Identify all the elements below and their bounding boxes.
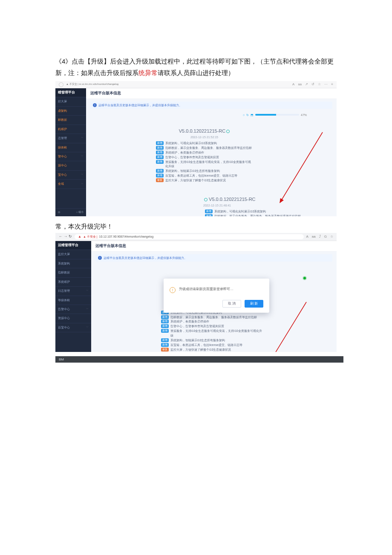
toolbar-icon[interactable]: ↺	[311, 82, 314, 87]
ring-icon	[204, 198, 208, 201]
changelog-row: 新增告警中心，告警事件查询及告警规则设置	[156, 155, 253, 160]
changelog-row: 新增资源服务，支持i10全生态服务可视化安装，支持i10全类服务可视化升级	[161, 329, 264, 338]
changelog-row: 新增百宝箱，各类运维工具，包括license提交、链路日志等	[161, 343, 264, 348]
ring-icon	[226, 130, 230, 133]
changelog-row: 新增系统维护，各类服务启停操作	[161, 320, 264, 324]
sidebar-item[interactable]: 源中心	[55, 161, 86, 170]
svg-line-0	[280, 132, 323, 203]
upgrade-success-modal: ! 升级成功请刷新页面重新登录即可… 取 消 刷 新	[164, 279, 269, 313]
toolbar-icon[interactable]: ⋯	[324, 82, 328, 87]
browser-bar: ← → ↻ ▲ ▲ 不安全 | 10.12.107.90:9087/#/emon…	[55, 233, 337, 241]
sidebar: 维管理平台 控大屏虚架构标教据机维护志管理﹀级体检警中心﹀源中心宝中心﹀全域﹀ …	[55, 88, 86, 216]
toolbar-icon[interactable]: aa	[298, 82, 302, 87]
sidebar-item[interactable]: 告警中心﹀	[55, 305, 91, 314]
changelog-row: 新增指标教据，展示业务服务、周边服务、服务器及数据库等监控指标	[161, 315, 264, 320]
sidebar-footer: ◎ ○ 缩小	[55, 208, 86, 216]
toolbar-icon[interactable]: ↗	[305, 82, 308, 87]
card-title: 运维平台版本信息	[91, 241, 337, 252]
tab-dot-icon	[59, 82, 63, 87]
sidebar-item[interactable]: 百宝中心﹀	[55, 323, 91, 332]
sidebar-item[interactable]: 机维护	[55, 125, 86, 134]
sidebar-item[interactable]: 宝中心﹀	[55, 171, 86, 180]
cancel-button[interactable]: 取 消	[222, 300, 241, 308]
sidebar-item[interactable]: 控大屏	[55, 97, 86, 106]
toolbar-icon[interactable]: ⤴	[319, 235, 321, 239]
status-done-text: 常，本次升级完毕！	[55, 221, 337, 232]
screenshot-1: ▲ 不安全 | m.vc.lm.zm.vdn/monitor/changelog…	[55, 81, 337, 216]
sidebar-item[interactable]: 监控大屏	[55, 250, 91, 259]
changelog-row: 新增指标教据，展示业务服务、周边服务、服务器及数据库等监控指标	[156, 146, 253, 151]
card-title: 运维平台版本信息	[86, 88, 337, 99]
screenshot-2: ← → ↻ ▲ ▲ 不安全 | 10.12.107.90:9087/#/emon…	[55, 233, 337, 352]
svg-line-1	[266, 302, 306, 352]
version-card-2: V5.0.0.120221215-RC 2022-12-15 21:48:41 …	[203, 196, 308, 216]
refresh-button[interactable]: 刷 新	[245, 300, 263, 308]
sidebar: 运维管理平台 监控大屏系统架构指标教据系统维护日志管理﹀等级体检告警中心﹀资源中…	[55, 241, 91, 352]
sidebar-item[interactable]: 资源中心	[55, 314, 91, 323]
sidebar-item[interactable]: 系统维护	[55, 278, 91, 287]
changelog-row: 新增系统维护，各类服务启停操作	[156, 151, 253, 155]
bm-bar: BM	[55, 356, 343, 363]
sidebar-item[interactable]: 志管理﹀	[55, 134, 86, 143]
changelog-row: 新增百宝箱，各类运维工具，包括license提交、链路日志等	[156, 174, 253, 178]
changelog-row: 新增系统架构，智能展示i10生态所有服务架构	[156, 169, 253, 174]
sidebar-item[interactable]: 指标教据	[55, 268, 91, 277]
changelog-row: 新增系统架构，可视化实时展示i10系统架构	[156, 141, 253, 146]
sidebar-item[interactable]: 全域﹀	[55, 180, 86, 189]
nav-arrows[interactable]: ← → ↻	[59, 234, 72, 239]
changelog-row: 新增指标教据，展示业务服务、周边服务、服务器及数据库等监控指标	[205, 214, 306, 216]
sidebar-item[interactable]: 级体检	[55, 143, 86, 152]
toolbar-icon[interactable]: ☆	[330, 235, 333, 239]
changelog-row: 新增资源服务，支持i10全生态服务可视化安装，支持i10全类服务可视化升级	[156, 160, 253, 169]
toolbar-icon[interactable]: A	[306, 235, 308, 239]
address-bar[interactable]: ▲ ▲ 不安全 | 10.12.107.90:9087/#/emonitor/c…	[75, 234, 304, 239]
address-bar[interactable]: ▲ 不安全 | m.vc.lm.zm.vdn/monitor/changelog	[66, 83, 290, 86]
lock-icon: ▲	[78, 235, 81, 239]
sidebar-item[interactable]: 系统架构	[55, 259, 91, 268]
version-card-1: 新增系统架构，可视化实时展示i10系统架构新增指标教据，展示业务服务、周边服务、…	[159, 311, 266, 352]
toolbar-icon[interactable]: ≡	[331, 82, 333, 87]
toolbar-icon[interactable]: A	[292, 82, 294, 87]
info-alert: 运维平台当前及历史版本信息详细展示，并提供版本升级能力。	[90, 102, 332, 109]
browser-bar: ▲ 不安全 | m.vc.lm.zm.vdn/monitor/changelog…	[55, 81, 337, 88]
warn-icon: !	[170, 287, 176, 293]
sidebar-brand: 运维管理平台	[55, 241, 91, 250]
version-card-1: V5.0.0.120221215-RC 2022-12-15 21:52:15 …	[154, 128, 254, 183]
changelog-row: 修复监控大屏，方便快速了解整个i10生态健康状况	[156, 178, 253, 183]
progress: ○ ↻ ⬒ 47%	[243, 113, 307, 117]
info-alert: 运维平台当前及历史版本信息详细展示，并提供版本升级能力。	[95, 254, 332, 262]
sidebar-brand: 维管理平台	[55, 88, 86, 97]
status-dot-icon	[303, 277, 306, 279]
sidebar-item[interactable]: 标教据	[55, 116, 86, 125]
toolbar-icon[interactable]: ☆	[318, 82, 321, 87]
toolbar-icon[interactable]: G	[324, 235, 327, 239]
sidebar-item[interactable]: 警中心﹀	[55, 152, 86, 161]
sidebar-item[interactable]: 虚架构	[55, 107, 86, 116]
sidebar-item[interactable]: 等级体检	[55, 296, 91, 305]
changelog-row: 新增系统架构，可视化实时展示i10系统架构	[205, 209, 306, 214]
sidebar-item[interactable]: 日志管理﹀	[55, 287, 91, 296]
changelog-row: 修复监控大屏，方便快速了解整个i10生态健康状况	[161, 348, 264, 352]
toolbar-icon[interactable]: aa	[312, 235, 316, 239]
changelog-row: 新增告警中心，告警事件查询及告警规则设置	[161, 324, 264, 329]
step4-text: 《4》点击【升级】后会进入升级加载过程中，此过程等待即可如下图，（主节点和代理将…	[55, 55, 337, 78]
changelog-row: 新增系统架构，智能展示i10生态所有服务架构	[161, 338, 264, 343]
